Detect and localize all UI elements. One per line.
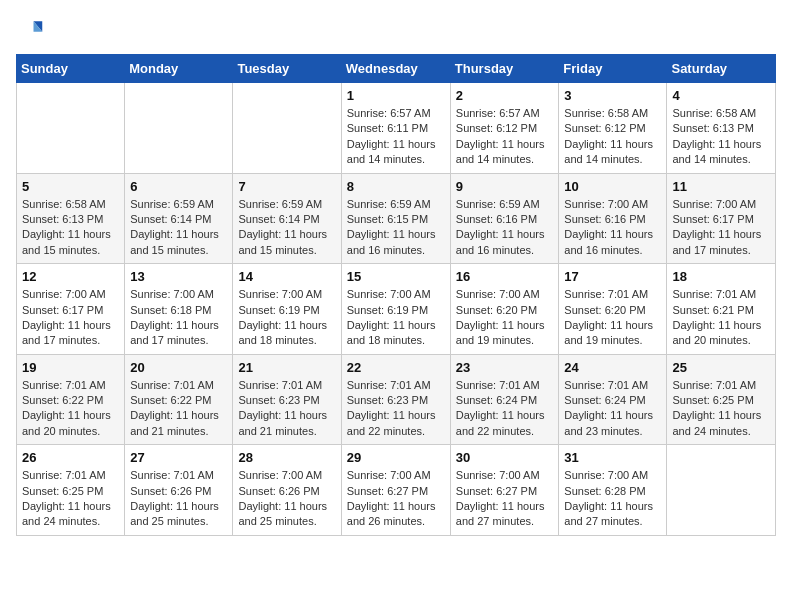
day-number: 8 <box>347 179 445 194</box>
day-info: Sunrise: 7:01 AMSunset: 6:23 PMDaylight:… <box>347 378 445 440</box>
calendar-cell: 25 Sunrise: 7:01 AMSunset: 6:25 PMDaylig… <box>667 354 776 445</box>
day-number: 10 <box>564 179 661 194</box>
day-info: Sunrise: 7:01 AMSunset: 6:21 PMDaylight:… <box>672 287 770 349</box>
day-number: 25 <box>672 360 770 375</box>
day-number: 2 <box>456 88 554 103</box>
calendar-cell: 26 Sunrise: 7:01 AMSunset: 6:25 PMDaylig… <box>17 445 125 536</box>
day-info: Sunrise: 7:00 AMSunset: 6:18 PMDaylight:… <box>130 287 227 349</box>
day-info: Sunrise: 7:00 AMSunset: 6:20 PMDaylight:… <box>456 287 554 349</box>
day-number: 9 <box>456 179 554 194</box>
calendar-cell <box>125 83 233 174</box>
day-info: Sunrise: 7:00 AMSunset: 6:19 PMDaylight:… <box>238 287 335 349</box>
week-row-5: 26 Sunrise: 7:01 AMSunset: 6:25 PMDaylig… <box>17 445 776 536</box>
calendar-cell: 19 Sunrise: 7:01 AMSunset: 6:22 PMDaylig… <box>17 354 125 445</box>
calendar-cell: 27 Sunrise: 7:01 AMSunset: 6:26 PMDaylig… <box>125 445 233 536</box>
day-info: Sunrise: 6:57 AMSunset: 6:11 PMDaylight:… <box>347 106 445 168</box>
calendar-cell <box>667 445 776 536</box>
day-number: 5 <box>22 179 119 194</box>
day-info: Sunrise: 7:01 AMSunset: 6:26 PMDaylight:… <box>130 468 227 530</box>
day-info: Sunrise: 7:01 AMSunset: 6:24 PMDaylight:… <box>456 378 554 440</box>
day-info: Sunrise: 6:58 AMSunset: 6:12 PMDaylight:… <box>564 106 661 168</box>
day-number: 11 <box>672 179 770 194</box>
calendar-cell: 21 Sunrise: 7:01 AMSunset: 6:23 PMDaylig… <box>233 354 341 445</box>
calendar-cell: 30 Sunrise: 7:00 AMSunset: 6:27 PMDaylig… <box>450 445 559 536</box>
calendar-cell: 3 Sunrise: 6:58 AMSunset: 6:12 PMDayligh… <box>559 83 667 174</box>
day-number: 26 <box>22 450 119 465</box>
calendar: SundayMondayTuesdayWednesdayThursdayFrid… <box>16 54 776 536</box>
day-number: 20 <box>130 360 227 375</box>
calendar-cell: 2 Sunrise: 6:57 AMSunset: 6:12 PMDayligh… <box>450 83 559 174</box>
weekday-tuesday: Tuesday <box>233 55 341 83</box>
day-info: Sunrise: 6:59 AMSunset: 6:16 PMDaylight:… <box>456 197 554 259</box>
calendar-cell <box>17 83 125 174</box>
day-number: 16 <box>456 269 554 284</box>
day-number: 1 <box>347 88 445 103</box>
day-info: Sunrise: 7:01 AMSunset: 6:23 PMDaylight:… <box>238 378 335 440</box>
week-row-2: 5 Sunrise: 6:58 AMSunset: 6:13 PMDayligh… <box>17 173 776 264</box>
day-number: 24 <box>564 360 661 375</box>
page-header <box>16 16 776 44</box>
day-info: Sunrise: 7:00 AMSunset: 6:26 PMDaylight:… <box>238 468 335 530</box>
calendar-cell: 5 Sunrise: 6:58 AMSunset: 6:13 PMDayligh… <box>17 173 125 264</box>
calendar-cell: 4 Sunrise: 6:58 AMSunset: 6:13 PMDayligh… <box>667 83 776 174</box>
day-info: Sunrise: 7:00 AMSunset: 6:17 PMDaylight:… <box>22 287 119 349</box>
calendar-cell: 29 Sunrise: 7:00 AMSunset: 6:27 PMDaylig… <box>341 445 450 536</box>
day-number: 18 <box>672 269 770 284</box>
day-number: 7 <box>238 179 335 194</box>
day-info: Sunrise: 7:01 AMSunset: 6:25 PMDaylight:… <box>22 468 119 530</box>
calendar-cell: 6 Sunrise: 6:59 AMSunset: 6:14 PMDayligh… <box>125 173 233 264</box>
day-info: Sunrise: 7:00 AMSunset: 6:16 PMDaylight:… <box>564 197 661 259</box>
day-number: 13 <box>130 269 227 284</box>
weekday-monday: Monday <box>125 55 233 83</box>
day-number: 27 <box>130 450 227 465</box>
weekday-sunday: Sunday <box>17 55 125 83</box>
day-info: Sunrise: 7:00 AMSunset: 6:27 PMDaylight:… <box>347 468 445 530</box>
day-info: Sunrise: 6:59 AMSunset: 6:15 PMDaylight:… <box>347 197 445 259</box>
weekday-saturday: Saturday <box>667 55 776 83</box>
calendar-cell <box>233 83 341 174</box>
week-row-1: 1 Sunrise: 6:57 AMSunset: 6:11 PMDayligh… <box>17 83 776 174</box>
calendar-cell: 7 Sunrise: 6:59 AMSunset: 6:14 PMDayligh… <box>233 173 341 264</box>
day-info: Sunrise: 7:00 AMSunset: 6:28 PMDaylight:… <box>564 468 661 530</box>
calendar-cell: 16 Sunrise: 7:00 AMSunset: 6:20 PMDaylig… <box>450 264 559 355</box>
calendar-cell: 1 Sunrise: 6:57 AMSunset: 6:11 PMDayligh… <box>341 83 450 174</box>
calendar-cell: 9 Sunrise: 6:59 AMSunset: 6:16 PMDayligh… <box>450 173 559 264</box>
calendar-cell: 11 Sunrise: 7:00 AMSunset: 6:17 PMDaylig… <box>667 173 776 264</box>
day-number: 4 <box>672 88 770 103</box>
day-info: Sunrise: 6:58 AMSunset: 6:13 PMDaylight:… <box>672 106 770 168</box>
day-info: Sunrise: 7:00 AMSunset: 6:17 PMDaylight:… <box>672 197 770 259</box>
week-row-3: 12 Sunrise: 7:00 AMSunset: 6:17 PMDaylig… <box>17 264 776 355</box>
day-number: 17 <box>564 269 661 284</box>
logo <box>16 16 48 44</box>
calendar-cell: 23 Sunrise: 7:01 AMSunset: 6:24 PMDaylig… <box>450 354 559 445</box>
day-number: 21 <box>238 360 335 375</box>
day-number: 3 <box>564 88 661 103</box>
day-number: 14 <box>238 269 335 284</box>
calendar-cell: 15 Sunrise: 7:00 AMSunset: 6:19 PMDaylig… <box>341 264 450 355</box>
day-info: Sunrise: 6:57 AMSunset: 6:12 PMDaylight:… <box>456 106 554 168</box>
day-info: Sunrise: 6:58 AMSunset: 6:13 PMDaylight:… <box>22 197 119 259</box>
day-number: 15 <box>347 269 445 284</box>
day-info: Sunrise: 6:59 AMSunset: 6:14 PMDaylight:… <box>130 197 227 259</box>
day-info: Sunrise: 7:01 AMSunset: 6:24 PMDaylight:… <box>564 378 661 440</box>
day-number: 22 <box>347 360 445 375</box>
day-info: Sunrise: 7:01 AMSunset: 6:20 PMDaylight:… <box>564 287 661 349</box>
day-number: 31 <box>564 450 661 465</box>
week-row-4: 19 Sunrise: 7:01 AMSunset: 6:22 PMDaylig… <box>17 354 776 445</box>
weekday-wednesday: Wednesday <box>341 55 450 83</box>
calendar-cell: 10 Sunrise: 7:00 AMSunset: 6:16 PMDaylig… <box>559 173 667 264</box>
calendar-cell: 20 Sunrise: 7:01 AMSunset: 6:22 PMDaylig… <box>125 354 233 445</box>
day-number: 29 <box>347 450 445 465</box>
calendar-cell: 13 Sunrise: 7:00 AMSunset: 6:18 PMDaylig… <box>125 264 233 355</box>
calendar-cell: 17 Sunrise: 7:01 AMSunset: 6:20 PMDaylig… <box>559 264 667 355</box>
day-info: Sunrise: 7:01 AMSunset: 6:25 PMDaylight:… <box>672 378 770 440</box>
calendar-cell: 18 Sunrise: 7:01 AMSunset: 6:21 PMDaylig… <box>667 264 776 355</box>
day-info: Sunrise: 6:59 AMSunset: 6:14 PMDaylight:… <box>238 197 335 259</box>
calendar-cell: 8 Sunrise: 6:59 AMSunset: 6:15 PMDayligh… <box>341 173 450 264</box>
day-info: Sunrise: 7:01 AMSunset: 6:22 PMDaylight:… <box>130 378 227 440</box>
day-number: 19 <box>22 360 119 375</box>
day-number: 23 <box>456 360 554 375</box>
calendar-cell: 31 Sunrise: 7:00 AMSunset: 6:28 PMDaylig… <box>559 445 667 536</box>
day-number: 12 <box>22 269 119 284</box>
day-info: Sunrise: 7:00 AMSunset: 6:19 PMDaylight:… <box>347 287 445 349</box>
